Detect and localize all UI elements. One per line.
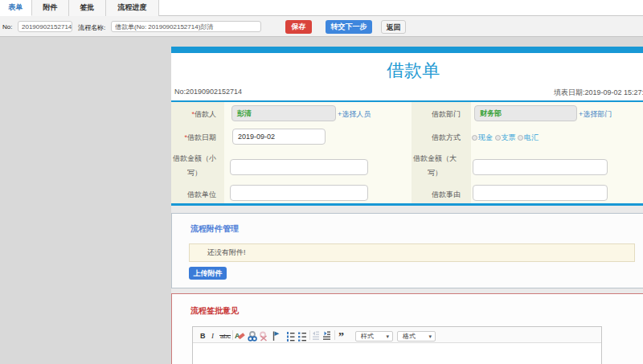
svg-text:I: I: [211, 332, 215, 340]
svg-text:B: B: [200, 332, 206, 340]
svg-text:”: ”: [338, 331, 344, 343]
